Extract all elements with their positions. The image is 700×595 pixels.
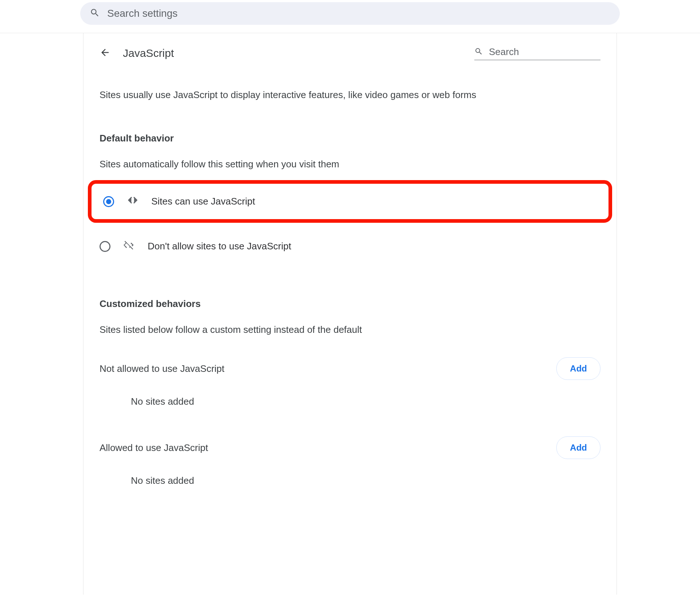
- settings-search-input[interactable]: [107, 8, 610, 19]
- add-allow-site-button[interactable]: Add: [556, 436, 600, 459]
- block-list-row: Not allowed to use JavaScript Add: [100, 357, 600, 380]
- option-block-js[interactable]: Don't allow sites to use JavaScript: [100, 229, 600, 263]
- customized-heading: Customized behaviors: [100, 298, 600, 310]
- search-icon: [90, 8, 100, 19]
- inline-search[interactable]: [474, 46, 600, 60]
- allow-list-empty: No sites added: [100, 475, 600, 486]
- main-wrap: JavaScript Sites usually use JavaScript …: [0, 33, 700, 595]
- customized-sub: Sites listed below follow a custom setti…: [100, 324, 600, 335]
- top-search-bar: [0, 0, 700, 33]
- allow-list-label: Allowed to use JavaScript: [100, 442, 208, 454]
- block-list-empty: No sites added: [100, 396, 600, 407]
- code-icon: [127, 195, 138, 208]
- highlighted-option: Sites can use JavaScript: [88, 180, 612, 223]
- default-behavior-heading: Default behavior: [100, 133, 600, 144]
- block-list-label: Not allowed to use JavaScript: [100, 363, 225, 374]
- intro-text: Sites usually use JavaScript to display …: [100, 89, 600, 101]
- top-search[interactable]: [80, 2, 620, 25]
- code-off-icon: [124, 240, 135, 253]
- page-title: JavaScript: [123, 47, 174, 59]
- search-icon: [474, 47, 483, 57]
- inline-search-input[interactable]: [489, 46, 607, 58]
- option-allow-js[interactable]: Sites can use JavaScript: [103, 195, 597, 208]
- back-arrow-icon[interactable]: [100, 47, 110, 59]
- page-header-left: JavaScript: [100, 47, 174, 59]
- add-block-site-button[interactable]: Add: [556, 357, 600, 380]
- option-block-js-label: Don't allow sites to use JavaScript: [148, 241, 291, 252]
- page-header: JavaScript: [100, 46, 600, 60]
- radio-unselected-icon: [100, 241, 110, 252]
- default-behavior-sub: Sites automatically follow this setting …: [100, 159, 600, 170]
- settings-card: JavaScript Sites usually use JavaScript …: [83, 33, 617, 595]
- radio-selected-icon: [103, 196, 114, 207]
- allow-list-row: Allowed to use JavaScript Add: [100, 436, 600, 459]
- option-allow-js-label: Sites can use JavaScript: [151, 196, 255, 207]
